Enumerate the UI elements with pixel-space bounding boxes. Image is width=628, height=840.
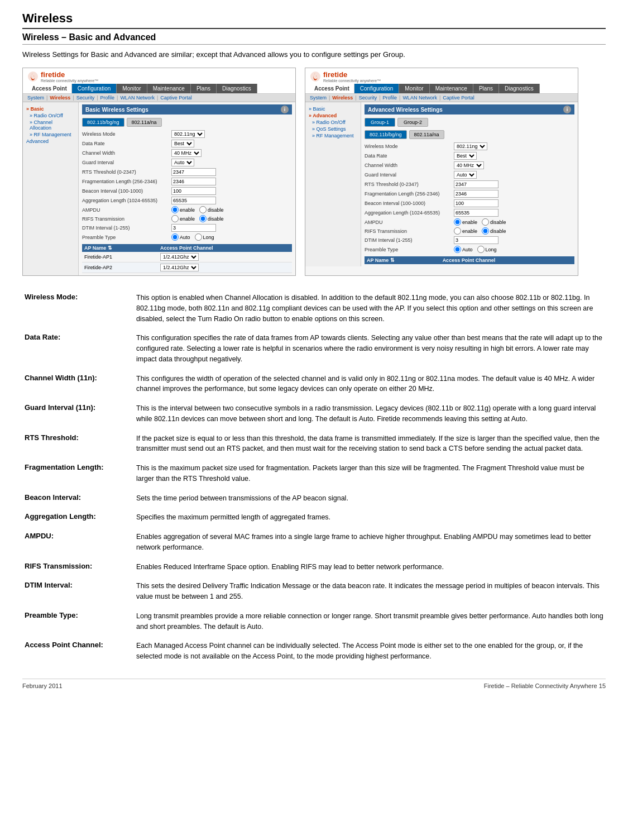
desc-row: DTIM Interval: This sets the desired Del…	[22, 578, 606, 608]
basic-channel-width-row: Channel Width 40 MHz	[82, 149, 292, 157]
desc-term: Access Point Channel:	[22, 637, 134, 667]
basic-ap-sort-icon[interactable]: ⇅	[108, 245, 112, 251]
adv-rifs-enable-radio[interactable]	[454, 227, 461, 235]
adv-group-tab-1[interactable]: Group-1	[365, 118, 395, 127]
advanced-tagline: Reliable connectivity anywhere™	[323, 79, 381, 83]
adv-sidebar-advanced[interactable]: » Advanced	[308, 112, 358, 119]
adv-channel-width-select[interactable]: 40 MHz	[454, 161, 484, 169]
basic-preamble-auto-radio[interactable]	[171, 233, 179, 241]
advanced-form: Wireless Mode 802.11ng Data Rate Best	[365, 142, 574, 253]
adv-rts-input[interactable]	[454, 180, 498, 188]
basic-content-title: Basic Wireless Settings i	[82, 104, 292, 114]
adv-data-rate-select[interactable]: Best	[454, 152, 477, 160]
desc-def: Enables aggregation of several MAC frame…	[134, 528, 606, 559]
adv-sidebar-qos[interactable]: » QoS Settings	[308, 126, 358, 132]
basic-wireless-mode-select[interactable]: 802.11ng	[171, 130, 205, 138]
adv-ampdu-disable-radio[interactable]	[482, 218, 489, 226]
adv-tab-diagnostics[interactable]: Diagnostics	[499, 84, 540, 93]
adv-ap-sort-icon[interactable]: ⇅	[390, 257, 395, 263]
desc-term: Wireless Mode:	[22, 289, 134, 330]
basic-frag-input[interactable]	[171, 178, 216, 185]
adv-aggr-input[interactable]	[454, 209, 498, 217]
adv-aggr-value	[454, 209, 574, 217]
basic-rifs-enable-radio[interactable]	[171, 215, 179, 222]
adv-sysnav-system[interactable]: System	[310, 95, 327, 101]
adv-tab-ana[interactable]: 802.11a/na	[409, 130, 444, 139]
desc-def: Long transmit preambles provide a more r…	[134, 608, 606, 638]
basic-tab-maintenance[interactable]: Maintenance	[147, 84, 191, 93]
adv-tab-plans[interactable]: Plans	[473, 84, 499, 93]
basic-rifs-disable-radio[interactable]	[199, 215, 207, 222]
basic-guard-interval-label: Guard Interval	[82, 160, 171, 165]
basic-dtim-input[interactable]	[171, 224, 216, 232]
basic-sidebar-basic[interactable]: » Basic	[25, 106, 76, 112]
adv-preamble-long-radio[interactable]	[477, 246, 485, 253]
basic-aggr-label: Aggregation Length (1024-65535)	[82, 198, 171, 203]
basic-sidebar-channel[interactable]: » Channel Allocation	[25, 119, 76, 131]
adv-tab-maintenance[interactable]: Maintenance	[430, 84, 473, 93]
basic-frag-label: Fragmentation Length (256-2346)	[82, 179, 171, 184]
adv-tab-monitor[interactable]: Monitor	[399, 84, 429, 93]
footer-right: Firetide – Reliable Connectivity Anywher…	[484, 682, 606, 689]
adv-sidebar-basic[interactable]: » Basic	[308, 106, 358, 112]
basic-info-icon[interactable]: i	[281, 106, 289, 113]
basic-tab-configuration[interactable]: Configuration	[72, 84, 117, 93]
desc-def: If the packet size is equal to or less t…	[134, 430, 606, 460]
basic-preamble-label: Preamble Type	[82, 235, 171, 240]
basic-sidebar-radioonoff[interactable]: » Radio On/Off	[25, 112, 76, 119]
basic-preamble-long-radio[interactable]	[195, 233, 202, 241]
basic-data-rate-select[interactable]: Best	[171, 140, 194, 147]
basic-ap-row-1-select[interactable]: 1/2.412Ghz	[160, 253, 199, 261]
basic-sysnav-system[interactable]: System	[27, 95, 44, 101]
basic-ampdu-disable-radio[interactable]	[199, 206, 207, 213]
basic-sysnav-wireless[interactable]: Wireless	[50, 95, 70, 101]
adv-sysnav-wlan[interactable]: WLAN Network	[402, 95, 437, 101]
basic-sysnav-security[interactable]: Security	[76, 95, 95, 101]
basic-sysnav-captive[interactable]: Captive Portal	[160, 95, 192, 101]
adv-ampdu-enable-radio[interactable]	[454, 218, 461, 226]
adv-sidebar-rf[interactable]: » RF Management	[308, 132, 358, 139]
adv-preamble-auto-radio[interactable]	[454, 246, 461, 253]
basic-rts-input[interactable]	[171, 168, 216, 176]
adv-ampdu-row: AMPDU enable disable	[365, 218, 574, 226]
basic-channel-width-select[interactable]: 40 MHz	[171, 149, 202, 157]
basic-preamble-row: Preamble Type Auto Long	[82, 233, 292, 241]
basic-sysnav-profile[interactable]: Profile	[100, 95, 115, 101]
adv-rifs-disable-radio[interactable]	[482, 227, 489, 235]
adv-wireless-mode-select[interactable]: 802.11ng	[454, 142, 487, 150]
basic-beacon-input[interactable]	[171, 187, 216, 195]
basic-tab-diagnostics[interactable]: Diagnostics	[217, 84, 257, 93]
adv-dtim-input[interactable]	[454, 236, 498, 244]
advanced-info-icon[interactable]: i	[563, 106, 571, 113]
basic-sidebar-rf[interactable]: » RF Management	[25, 131, 76, 138]
adv-tab-configuration[interactable]: Configuration	[354, 84, 399, 93]
adv-sysnav-wireless[interactable]: Wireless	[332, 95, 353, 101]
basic-aggr-input[interactable]	[171, 197, 216, 204]
basic-tab-ana[interactable]: 802.11a/na	[127, 118, 162, 127]
adv-frag-input[interactable]	[454, 190, 498, 198]
desc-term: RTS Threshold:	[22, 430, 134, 460]
adv-guard-interval-select[interactable]: Auto	[454, 171, 477, 179]
basic-ampdu-enable-radio[interactable]	[171, 206, 179, 213]
basic-tab-monitor[interactable]: Monitor	[117, 84, 147, 93]
basic-sidebar-advanced[interactable]: Advanced	[25, 138, 76, 145]
basic-sysnav-wlan[interactable]: WLAN Network	[120, 95, 155, 101]
desc-term: Data Rate:	[22, 330, 134, 370]
basic-tab-bgng[interactable]: 802.11b/bg/ng	[82, 118, 124, 127]
adv-beacon-input[interactable]	[454, 199, 498, 207]
adv-tab-bgng[interactable]: 802.11b/bg/ng	[365, 130, 407, 139]
adv-sysnav-security[interactable]: Security	[359, 95, 377, 101]
adv-aggr-row: Aggregation Length (1024-65535)	[365, 209, 574, 217]
basic-tab-plans[interactable]: Plans	[191, 84, 217, 93]
adv-sysnav-captive[interactable]: Captive Portal	[443, 95, 474, 101]
basic-ap-row-2-select[interactable]: 1/2.412Ghz	[160, 264, 199, 271]
basic-guard-interval-select[interactable]: Auto	[171, 159, 194, 166]
adv-group-tab-2[interactable]: Group-2	[397, 118, 428, 127]
advanced-nav: Access Point Configuration Monitor Maint…	[310, 84, 573, 93]
adv-beacon-label: Beacon Interval (100-1000)	[365, 201, 454, 206]
basic-main: » Basic » Radio On/Off » Channel Allocat…	[23, 102, 295, 275]
adv-sysnav-profile[interactable]: Profile	[383, 95, 397, 101]
adv-sidebar-radioonoff[interactable]: » Radio On/Off	[308, 119, 358, 126]
basic-guard-interval-row: Guard Interval Auto	[82, 159, 292, 166]
adv-dtim-row: DTIM Interval (1-255)	[365, 236, 574, 244]
